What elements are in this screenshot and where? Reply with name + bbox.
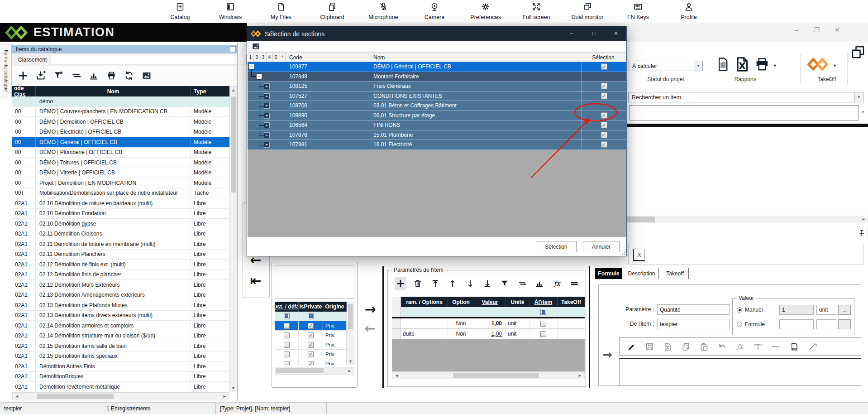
column-header-unite[interactable]: Unité	[506, 297, 529, 307]
scroll-right-arrow[interactable]: ►	[221, 394, 228, 399]
project-status-combobox[interactable]: À calculer ▼	[629, 61, 703, 71]
column-header-nom[interactable]: Nom	[36, 86, 191, 96]
mini-grid-vertical-scrollbar[interactable]: ▼	[347, 302, 354, 365]
row-selector[interactable]	[392, 318, 401, 328]
sort-lines-button[interactable]	[70, 69, 82, 82]
table-row[interactable]: 02A1Démolition revêtement métalliqueLibr…	[12, 382, 229, 392]
toolbar-item-camera[interactable]: Camera	[413, 2, 456, 20]
item-name-field[interactable]	[630, 105, 859, 120]
selection-cell[interactable]: ✓	[582, 120, 626, 130]
dialog-maximize-button[interactable]: □	[588, 30, 600, 37]
dialog-image-button[interactable]	[251, 42, 261, 51]
formule-value-input[interactable]	[779, 319, 814, 329]
scroll-left-arrow[interactable]: ◄	[14, 394, 20, 399]
tab-formule[interactable]: Formule	[595, 268, 622, 279]
selection-checkbox[interactable]: ✓	[601, 122, 607, 128]
column-header-type[interactable]: Type	[191, 86, 229, 96]
toolbar-item-fn-keys[interactable]: FN Keys	[616, 2, 660, 20]
scrollbar-thumb[interactable]	[37, 394, 114, 399]
list-item[interactable]: ✓Priv.	[275, 359, 347, 365]
formule-browse-button[interactable]: ...	[838, 319, 851, 329]
dialog-section-row[interactable]: +10787615.01 Plomberie✓	[248, 130, 626, 140]
dialog-close-button[interactable]: ✕	[610, 30, 622, 37]
table-row[interactable]: 02A102.11 Démolition CloisonsLibre	[12, 229, 229, 240]
isprivate-checkbox[interactable]: ✓	[308, 342, 314, 348]
catalog-horizontal-scrollbar[interactable]: ◄ ►	[12, 392, 229, 400]
toolbar-item-clipboard[interactable]: Clipboard	[310, 2, 354, 20]
scroll-left-arrow[interactable]: ◄	[393, 373, 400, 378]
row-selector[interactable]	[392, 307, 401, 317]
column-header-ajust-defaut[interactable]: ust. / défa	[275, 302, 299, 312]
row-selector[interactable]	[392, 329, 401, 339]
table-row[interactable]: 00DÉMO | Toitures | OFFICIEL CBModèle	[12, 158, 229, 168]
table-row[interactable]: 02A102.11 Démolition de toiture en membr…	[12, 239, 229, 250]
table-row[interactable]: 00TMobilisation/Démobilisation sur place…	[12, 188, 229, 199]
expand-expander[interactable]: +	[264, 113, 270, 119]
manuel-browse-button[interactable]: ...	[838, 305, 851, 315]
table-row[interactable]: 00DÉMO | Démolition | OFFICIEL CBModèle	[12, 117, 229, 127]
isprivate-checkbox[interactable]: ✓	[308, 323, 314, 329]
param-row[interactable]: Non1,00unit	[392, 318, 585, 329]
dual-window-button[interactable]	[850, 44, 866, 63]
report-print-button[interactable]	[753, 56, 771, 74]
table-row[interactable]: 02A102.14 Démolition armoires et comptoi…	[12, 321, 229, 331]
dialog-section-row[interactable]: +10788116.01 Électricité✓	[248, 140, 626, 150]
scrollbar-thumb[interactable]	[627, 217, 655, 222]
report-document-button[interactable]	[715, 55, 730, 75]
formule-radio[interactable]	[737, 322, 742, 327]
selection-button[interactable]: Sélection	[536, 241, 577, 252]
report-excel-button[interactable]	[734, 55, 750, 75]
tab-description[interactable]: Description	[625, 268, 659, 279]
dialog-section-row[interactable]: +106564FINITIONS✓	[248, 120, 626, 130]
move-down-button[interactable]	[464, 277, 476, 290]
column-header-takeoff[interactable]: TakeOff	[558, 297, 585, 307]
selection-cell[interactable]	[582, 101, 626, 111]
undo-button[interactable]	[715, 340, 728, 353]
add-param-button[interactable]	[395, 277, 406, 290]
magic-wand-button[interactable]	[806, 340, 819, 353]
save-formula-button[interactable]	[643, 340, 656, 353]
x-tab[interactable]: X	[633, 249, 645, 261]
alitem-checkbox[interactable]	[540, 321, 546, 327]
table-row[interactable]: 00DÉMO | Général | OFFICIEL CBModèle	[12, 137, 229, 148]
dropdown-arrow-icon[interactable]: ▼	[694, 61, 702, 71]
list-item[interactable]: ✓Priv.	[275, 340, 347, 350]
scroll-down-arrow[interactable]: ▼	[230, 386, 237, 390]
table-row[interactable]: 02A102.13 Démolition items divers extéri…	[12, 311, 229, 321]
window-close-button[interactable]: ✕	[830, 26, 844, 34]
selection-checkbox[interactable]: ✓	[601, 132, 607, 138]
selection-checkbox[interactable]: ✓	[601, 83, 607, 89]
column-header-param-options[interactable]: ram. / Options	[401, 297, 448, 307]
ajust-checkbox[interactable]	[284, 361, 290, 366]
list-item[interactable]	[275, 312, 347, 321]
table-row[interactable]: 02A102.12 Démolition de finis ext. (mult…	[12, 260, 229, 270]
transfer-right-button[interactable]: →	[361, 303, 379, 316]
table-row[interactable]: 02A102.13 Démolition de Plafonds MixtesL…	[12, 300, 229, 311]
level-button-3[interactable]: 3	[260, 53, 267, 62]
level-button-5[interactable]: 5	[273, 53, 279, 62]
chart-params-button[interactable]	[534, 277, 545, 290]
move-top-button[interactable]	[429, 277, 441, 290]
dialog-section-row[interactable]: +108125Frais Généraux✓	[248, 82, 626, 91]
expand-expander[interactable]: +	[264, 83, 270, 89]
rapports-dropdown-caret[interactable]: ▼	[773, 63, 777, 68]
paste-button[interactable]	[697, 340, 710, 353]
manuel-value-input[interactable]: 1	[779, 305, 814, 315]
column-header-nom[interactable]: Nom	[373, 54, 385, 61]
table-row[interactable]: 02A102.10 Démolition gypseLibre	[12, 219, 229, 229]
sort-lines-button[interactable]	[516, 277, 528, 290]
table-row[interactable]: 02A1DémolitionBriquesLibre	[12, 372, 229, 382]
selection-cell[interactable]: ✓	[582, 62, 626, 72]
dialog-section-row[interactable]: +107527CONDITIONS EXISTANTES✓	[248, 91, 626, 101]
ajust-checkbox[interactable]	[284, 313, 290, 319]
tab-takeoff[interactable]: Takeoff	[662, 268, 689, 279]
copy-button[interactable]	[679, 340, 692, 353]
alitem-checkbox[interactable]	[540, 331, 546, 337]
selection-cell[interactable]	[582, 72, 626, 82]
measure-page-button[interactable]	[788, 340, 801, 353]
table-row[interactable]: 02A102.10 Démolition de toiture en barde…	[12, 198, 229, 209]
toolbar-item-my-files[interactable]: My Files	[259, 2, 303, 20]
delete-param-button[interactable]	[412, 277, 423, 290]
table-row[interactable]: 02A102.15 Démolition items salle de bain…	[12, 341, 229, 351]
move-up-button[interactable]	[447, 277, 458, 290]
